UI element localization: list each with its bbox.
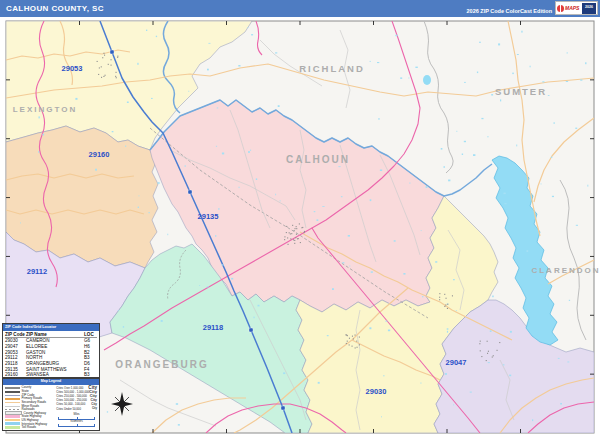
zip-label-29160: 29160	[89, 150, 110, 159]
zip-label-29047: 29047	[446, 358, 467, 367]
zip-index-panel: ZIP Code Index/Grid Locator ZIP Code ZIP…	[2, 323, 100, 378]
zip-label-29118: 29118	[203, 323, 223, 332]
interstate-shield-icon	[188, 190, 192, 194]
map-legend-panel: Map Legend County State ZIP Code Primary…	[2, 378, 100, 431]
col-zip-code: ZIP Code	[5, 332, 26, 339]
edition-label: 2026 ZIP Code ColorCast Edition	[467, 8, 552, 14]
interstate-shield-icon	[110, 50, 114, 54]
zip-index-table: ZIP Code ZIP Name LOC 29030 CAMERON G6 2…	[3, 331, 99, 379]
title-bar: CALHOUN COUNTY, SC 2026 ZIP Code ColorCa…	[0, 0, 600, 18]
scale-bar-kilometers: Kilometers	[56, 420, 97, 427]
zip-region-29160	[6, 126, 158, 268]
map-poster: CALHOUN COUNTY, SC 2026 ZIP Code ColorCa…	[0, 0, 600, 436]
county-label-calhoun: CALHOUN	[286, 154, 350, 165]
legend-symbol-column: County State ZIP Code Primary Roads Seco…	[5, 386, 54, 430]
city-sample: City	[91, 402, 97, 406]
logo-year-badge: 2026	[582, 3, 596, 14]
county-label-orangeburg: ORANGEBURG	[115, 359, 208, 370]
county-label-sumter: SUMTER	[495, 86, 547, 97]
publisher-logo: MAPS 2026	[555, 1, 598, 15]
county-label-clarendon: CLARENDON	[531, 266, 600, 275]
scale-bar-miles: Miles	[56, 413, 97, 420]
interstate-shield-icon	[249, 328, 253, 332]
legend-item: Toll Roads	[22, 425, 36, 429]
interstate-shield-icon	[281, 406, 285, 410]
col-zip-name: ZIP Name	[26, 332, 84, 339]
city-class-label: Cities Under 50,000	[56, 407, 81, 411]
zip-label-29112: 29112	[27, 267, 47, 276]
city-sample: City	[92, 407, 97, 410]
scale-miles-label: Miles	[56, 413, 97, 416]
zip-label-29030: 29030	[366, 387, 387, 396]
logo-brand: MAPS	[565, 6, 579, 11]
col-loc: LOC	[84, 332, 97, 339]
legend-cities-column: Cities Over 1,000,000City Cities 500,000…	[56, 386, 97, 430]
zip-label-29135: 29135	[198, 212, 219, 221]
logo-globe-icon	[557, 5, 564, 12]
scale-kilometers-label: Kilometers	[56, 420, 97, 423]
county-label-richland: RICHLAND	[299, 63, 365, 74]
page-title: CALHOUN COUNTY, SC	[0, 4, 104, 13]
zip-label-29053: 29053	[62, 64, 83, 73]
pond	[423, 75, 431, 85]
county-label-lexington: LEXINGTON	[13, 105, 78, 114]
